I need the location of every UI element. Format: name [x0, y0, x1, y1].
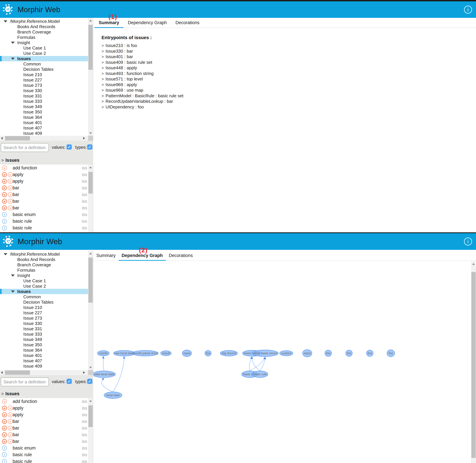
- tree-horizontal-scrollbar[interactable]: [0, 136, 93, 141]
- tree-item[interactable]: Issue 364: [0, 115, 88, 120]
- definition-row[interactable]: t basic rule iss: [0, 451, 88, 458]
- entrypoint-item[interactable]: >Issue493 : function string: [102, 71, 183, 76]
- tree-item[interactable]: Use Case 1: [0, 278, 88, 284]
- tree-item[interactable]: Use Case 2: [0, 284, 88, 289]
- tree-item[interactable]: Decision Tables: [0, 67, 88, 72]
- tree-item[interactable]: Formulas: [0, 267, 88, 273]
- tree-item[interactable]: Issue 331: [0, 326, 88, 331]
- tree-item[interactable]: Issue 273: [0, 315, 88, 321]
- definition-row[interactable]: ev apply iss: [0, 411, 88, 418]
- graph-node[interactable]: month: [97, 351, 109, 356]
- tree-item[interactable]: Issue 350: [0, 109, 88, 115]
- tree-item[interactable]: Issue 407: [0, 358, 88, 363]
- tree-item[interactable]: Issue 333: [0, 98, 88, 104]
- scroll-up-icon[interactable]: [472, 263, 475, 265]
- tree-item[interactable]: Issues: [0, 289, 88, 294]
- definition-row[interactable]: ev bar iss: [0, 191, 88, 198]
- tree-item[interactable]: Issue 227: [0, 77, 88, 83]
- tree-item[interactable]: Decision Tables: [0, 299, 88, 305]
- graph-node[interactable]: other basic enum: [252, 350, 278, 356]
- definition-row[interactable]: ev apply iss: [0, 171, 88, 178]
- tree-item[interactable]: Issue 330: [0, 321, 88, 326]
- scroll-up-icon[interactable]: [89, 253, 92, 254]
- entrypoint-item[interactable]: >PatternModel : BasicRule : basic rule s…: [102, 93, 183, 99]
- tree-item[interactable]: Issue 349: [0, 337, 88, 342]
- scroll-up-icon[interactable]: [89, 20, 92, 21]
- graph-node[interactable]: local date: [104, 392, 122, 399]
- tree-item[interactable]: Issue 401: [0, 353, 88, 358]
- definition-row[interactable]: ev bar iss: [0, 205, 88, 211]
- definition-row[interactable]: t basic enum iss: [0, 445, 88, 451]
- scroll-up-icon[interactable]: [89, 400, 92, 402]
- tree-scrollbar[interactable]: [88, 18, 93, 136]
- scroll-down-icon[interactable]: [89, 132, 92, 134]
- tree-item[interactable]: Issue 210: [0, 72, 88, 77]
- defs-group-header[interactable]: >Issues: [0, 157, 93, 165]
- entrypoint-item[interactable]: >Issue210 : is foo: [102, 43, 183, 48]
- scroll-right-icon[interactable]: [83, 371, 85, 374]
- graph-node[interactable]: custom: [280, 351, 293, 356]
- tree-item[interactable]: Use Case 2: [0, 51, 88, 56]
- tree-item[interactable]: Issue 349: [0, 104, 88, 109]
- tree-horizontal-thumb[interactable]: [5, 370, 30, 375]
- tree-scrollbar-thumb[interactable]: [88, 258, 93, 303]
- definition-row[interactable]: ev basic rule set iss: [0, 231, 88, 232]
- caret-down-icon[interactable]: [11, 42, 15, 44]
- tree-item[interactable]: Insight: [0, 40, 88, 45]
- tree-item[interactable]: Issue 409: [0, 363, 88, 369]
- graph-node[interactable]: foo: [366, 350, 373, 356]
- graph-node[interactable]: foo: [325, 350, 331, 356]
- info-icon[interactable]: i: [464, 238, 472, 246]
- tree-horizontal-scrollbar[interactable]: [0, 370, 93, 375]
- tree-item[interactable]: Issue 331: [0, 93, 88, 98]
- entrypoint-item[interactable]: >Issue969 : apply: [102, 82, 183, 88]
- graph-scrollbar[interactable]: [471, 261, 476, 463]
- tree-item[interactable]: Issues: [0, 56, 88, 61]
- graph-node[interactable]: foo: [346, 350, 352, 356]
- info-icon[interactable]: i: [464, 6, 472, 14]
- definition-row[interactable]: ev apply iss: [0, 405, 88, 411]
- types-checkbox[interactable]: ✓: [87, 379, 92, 384]
- entrypoint-item[interactable]: >Issue969 : use map: [102, 88, 183, 93]
- graph-scrollbar-thumb[interactable]: [471, 272, 476, 458]
- scroll-down-icon[interactable]: [89, 367, 92, 368]
- definition-row[interactable]: ev bar iss: [0, 198, 88, 205]
- tree-item[interactable]: Issue 364: [0, 347, 88, 353]
- search-input[interactable]: [1, 143, 49, 152]
- caret-down-icon[interactable]: [11, 290, 15, 293]
- entrypoint-item[interactable]: >Issue330 : bar: [102, 48, 183, 54]
- graph-node[interactable]: result: [161, 351, 171, 356]
- entrypoint-item[interactable]: >Issue571 : top level: [102, 76, 183, 82]
- entrypoint-item[interactable]: >Issue401 : bar: [102, 54, 183, 60]
- definition-row[interactable]: ev bar iss: [0, 425, 88, 431]
- graph-node[interactable]: input: [182, 350, 191, 356]
- scroll-left-icon[interactable]: [1, 137, 3, 140]
- tree-item[interactable]: /Morphir.Reference.Model: [0, 251, 88, 257]
- tree-item[interactable]: Branch Coverage: [0, 29, 88, 35]
- definition-row[interactable]: t basic rule iss: [0, 224, 88, 231]
- definition-row[interactable]: t basic rule iss: [0, 218, 88, 224]
- tree-item[interactable]: Formulas: [0, 35, 88, 40]
- tree-item[interactable]: Use Case 1: [0, 45, 88, 51]
- tree-item[interactable]: Books And Records: [0, 257, 88, 262]
- types-checkbox[interactable]: ✓: [87, 144, 92, 150]
- scroll-up-icon[interactable]: [89, 167, 92, 168]
- tree-item[interactable]: Issue 401: [0, 120, 88, 125]
- tree-item[interactable]: Branch Coverage: [0, 262, 88, 267]
- tree-item[interactable]: Insight: [0, 273, 88, 278]
- tab-decorations[interactable]: Decorations: [171, 18, 204, 28]
- definition-row[interactable]: t basic rule iss: [0, 458, 88, 463]
- tree-item[interactable]: Issue 330: [0, 88, 88, 93]
- caret-down-icon[interactable]: [11, 58, 15, 60]
- definition-row[interactable]: ev bar iss: [0, 185, 88, 191]
- tree-item[interactable]: Issue 210: [0, 305, 88, 310]
- graph-node[interactable]: foo: [387, 350, 395, 357]
- values-checkbox[interactable]: ✓: [67, 144, 72, 150]
- caret-down-icon[interactable]: [4, 20, 7, 22]
- tree-item[interactable]: Issue 407: [0, 125, 88, 131]
- tree-horizontal-thumb[interactable]: [5, 136, 30, 140]
- tree-item[interactable]: Common: [0, 61, 88, 67]
- entrypoint-item[interactable]: >RecordUpdateVariableLookup : bar: [102, 98, 183, 104]
- graph-node[interactable]: basic rule: [252, 371, 268, 378]
- tab-summary[interactable]: Summary: [93, 251, 119, 261]
